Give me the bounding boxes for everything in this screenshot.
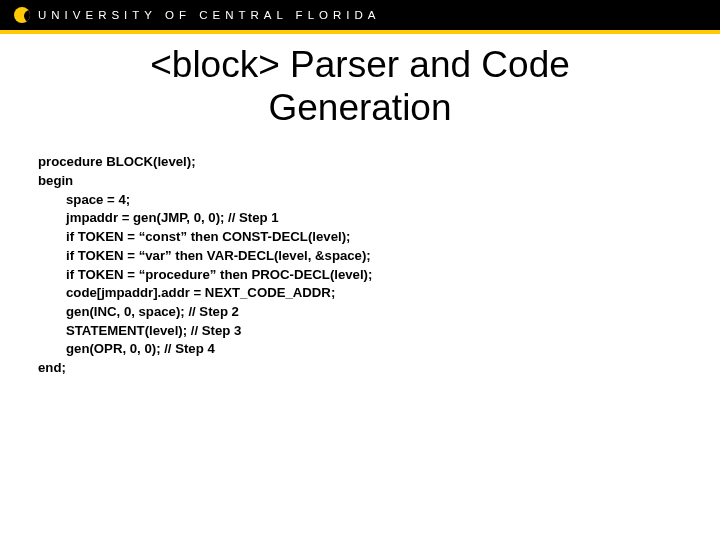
ucf-logo-icon (14, 7, 30, 23)
code-line: jmpaddr = gen(JMP, 0, 0); // Step 1 (38, 209, 720, 228)
code-line: if TOKEN = “var” then VAR-DECL(level, &s… (38, 247, 720, 266)
code-block: procedure BLOCK(level); begin space = 4;… (0, 153, 720, 378)
code-line: code[jmpaddr].addr = NEXT_CODE_ADDR; (38, 284, 720, 303)
header-bar: UNIVERSITY OF CENTRAL FLORIDA (0, 0, 720, 30)
code-line: begin (38, 172, 720, 191)
slide-title: <block> Parser and Code Generation (0, 44, 720, 129)
code-line: gen(OPR, 0, 0); // Step 4 (38, 340, 720, 359)
title-line-1: <block> Parser and Code (0, 44, 720, 87)
code-line: STATEMENT(level); // Step 3 (38, 322, 720, 341)
code-line: end; (38, 359, 720, 378)
code-line: gen(INC, 0, space); // Step 2 (38, 303, 720, 322)
university-name: UNIVERSITY OF CENTRAL FLORIDA (38, 9, 380, 21)
code-line: if TOKEN = “const” then CONST-DECL(level… (38, 228, 720, 247)
code-line: if TOKEN = “procedure” then PROC-DECL(le… (38, 266, 720, 285)
gold-divider (0, 30, 720, 34)
code-line: procedure BLOCK(level); (38, 153, 720, 172)
code-line: space = 4; (38, 191, 720, 210)
title-line-2: Generation (0, 87, 720, 130)
